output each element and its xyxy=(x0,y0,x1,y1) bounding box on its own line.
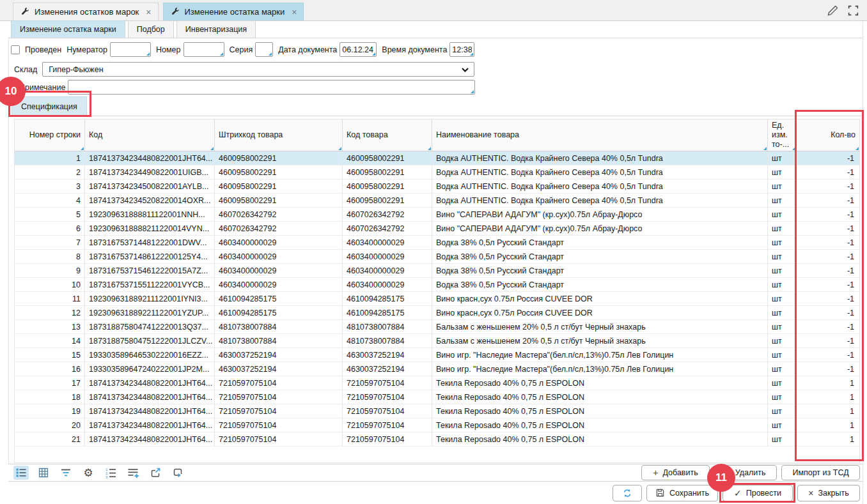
table-row[interactable]: 818731675371486122200125Y4...46034000000… xyxy=(15,250,859,264)
table-cell: шт xyxy=(768,179,797,193)
table-cell: 4810738007884 xyxy=(343,320,432,333)
table-cell: 192309631889211122001IYNI3... xyxy=(85,292,215,305)
table-cell: 187413734234480822001JHT64... xyxy=(85,418,215,432)
tab-inventory[interactable]: Инвентаризация xyxy=(176,20,256,38)
numbered-list-icon[interactable]: 123 xyxy=(103,466,118,480)
table-row[interactable]: 12192309631889221122001YZUP...4610094285… xyxy=(15,306,859,320)
fullscreen-icon[interactable] xyxy=(847,4,859,17)
reload-icon[interactable] xyxy=(170,466,185,480)
table-row[interactable]: 16193303589647240222001JP2M...4630037252… xyxy=(15,362,859,376)
add-button[interactable]: +Добавить xyxy=(641,465,710,480)
table-cell: шт xyxy=(768,376,797,390)
window-tab-mark-change[interactable]: Изменение остатка марки × xyxy=(163,3,304,20)
posted-checkbox[interactable] xyxy=(11,45,20,54)
window-tab-label: Изменение остатка марки xyxy=(185,7,285,17)
table-cell: -1 xyxy=(797,320,859,333)
table-cell: 3 xyxy=(15,179,85,193)
table-row[interactable]: 7187316753714481222001DWV...460340000002… xyxy=(15,236,859,250)
wrench-icon xyxy=(21,7,29,17)
table-row[interactable]: 10187316753715511222001VYCB...4603400000… xyxy=(15,278,859,292)
app-window: Изменения остатков марок × Изменение ост… xyxy=(0,0,867,504)
table-cell: Текила Reposado 40% 0,75 л ESPOLON xyxy=(432,404,768,418)
table-cell: 4603400000029 xyxy=(215,278,343,291)
table-row[interactable]: 3187413734234500822001AYLB...46009580022… xyxy=(15,179,859,194)
specification-divider xyxy=(8,116,863,116)
table-row[interactable]: 21187413734234480822001JHT64...721059707… xyxy=(15,432,859,447)
open-in-window-icon[interactable] xyxy=(148,466,163,480)
table-cell: 7210597075104 xyxy=(215,418,343,432)
table-row[interactable]: 18187413734234480822001JHT64...721059707… xyxy=(15,390,859,404)
table-row[interactable]: 151933035896465302220016EZZ...4630037252… xyxy=(15,348,859,362)
column-header-code[interactable]: Код xyxy=(85,119,215,151)
table-row[interactable]: 20187413734234480822001JHT64...721059707… xyxy=(15,418,859,432)
table-row[interactable]: 41874137342345208220014OXR...46009580022… xyxy=(15,194,859,208)
table-cell: 187413734234480822001JHT64... xyxy=(85,376,215,390)
table-row[interactable]: 1187413734234480822001JHT64...4600958002… xyxy=(15,151,859,165)
table-cell: 1 xyxy=(797,376,859,390)
list-view-icon[interactable] xyxy=(13,466,29,480)
table-cell: Вино красн,сух 0.75л Россия CUVEE DOR xyxy=(432,306,768,319)
table-cell: Текила Reposado 40% 0,75 л ESPOLON xyxy=(432,418,768,432)
doc-date-input[interactable] xyxy=(342,45,374,54)
table-cell: 7210597075104 xyxy=(343,432,432,446)
table-cell: 187316753714481222001DWV... xyxy=(85,236,215,249)
table-cell: -1 xyxy=(797,278,859,291)
note-input[interactable] xyxy=(70,83,473,92)
column-header-quantity[interactable]: Кол-во xyxy=(797,119,859,151)
append-rows-icon[interactable] xyxy=(125,466,141,480)
table-row[interactable]: 17187413734234480822001JHT64...721059707… xyxy=(15,376,859,390)
table-cell: 4810738007884 xyxy=(343,334,432,347)
filter-icon[interactable] xyxy=(58,466,74,480)
warehouse-select[interactable]: Гипер-Фьюжен xyxy=(42,62,474,77)
table-row[interactable]: 91873167537154612220015A7Z...46034000000… xyxy=(15,264,859,278)
numerator-input[interactable] xyxy=(113,45,148,54)
close-tab-icon[interactable]: × xyxy=(292,8,297,17)
tab-podbor[interactable]: Подбор xyxy=(128,20,174,38)
settings-gear-icon[interactable]: ⚙ xyxy=(81,466,96,480)
table-cell: 4600958002291 xyxy=(215,179,343,193)
table-cell: Текила Reposado 40% 0,75 л ESPOLON xyxy=(432,432,768,446)
column-header-barcode[interactable]: Штрихкод товара xyxy=(215,119,343,151)
table-cell: 7210597075104 xyxy=(343,376,432,390)
tab-specification[interactable]: Спецификация xyxy=(12,96,87,116)
table-row[interactable]: 61923096318888211220014VYN...46070263427… xyxy=(15,222,859,236)
table-cell: 20 xyxy=(15,418,85,432)
close-tab-icon[interactable]: × xyxy=(146,8,151,17)
numerator-label: Нумератор xyxy=(66,45,107,54)
table-cell: 4603400000029 xyxy=(343,264,432,277)
table-cell: 4607026342792 xyxy=(215,222,343,235)
chevron-down-icon xyxy=(462,68,469,72)
table-cell: 1873188758047412220013Q37... xyxy=(85,320,215,333)
column-header-item-name[interactable]: Наименование товара xyxy=(432,119,768,151)
table-row[interactable]: 11192309631889211122001IYNI3...461009428… xyxy=(15,292,859,306)
field-corner-marker xyxy=(146,52,150,56)
save-button[interactable]: Сохранить xyxy=(646,485,718,501)
doc-date-label: Дата документа xyxy=(278,45,337,54)
column-header-unit[interactable]: Ед. изм. то-... xyxy=(768,119,797,151)
table-row[interactable]: 5192309631888811122001NNH...460702634279… xyxy=(15,208,859,222)
doc-time-input[interactable] xyxy=(452,45,472,54)
tab-mark-change[interactable]: Изменение остатка марки xyxy=(11,20,125,38)
pencil-icon[interactable] xyxy=(827,4,839,17)
table-cell: 7210597075104 xyxy=(215,432,343,446)
post-button[interactable]: ✓Провести xyxy=(722,485,793,501)
window-tab-marks-list[interactable]: Изменения остатков марок × xyxy=(13,3,159,20)
table-cell: 4600958002291 xyxy=(215,165,343,179)
number-input[interactable] xyxy=(186,45,222,54)
view-tool-icons: ⚙ 123 xyxy=(13,466,185,480)
table-cell: 4603400000029 xyxy=(215,264,343,277)
table-row[interactable]: 2187413734234490822001UIGB...46009580022… xyxy=(15,165,859,179)
column-header-row-number[interactable]: Номер строки xyxy=(15,119,85,151)
table-row[interactable]: 19187413734234480822001JHT64...721059707… xyxy=(15,404,859,418)
table-cell: 7210597075104 xyxy=(343,418,432,432)
delete-button[interactable]: −Удалить xyxy=(714,465,777,480)
table-cell: Бальзам с женьшенем 20% 0,5 л ст/бут Чер… xyxy=(432,334,768,347)
refresh-button[interactable] xyxy=(613,485,642,501)
table-cell: 1 xyxy=(797,418,859,432)
table-row[interactable]: 131873188758047412220013Q37...4810738007… xyxy=(15,320,859,334)
column-header-item-code[interactable]: Код товара xyxy=(343,119,432,151)
grid-view-icon[interactable] xyxy=(36,466,51,480)
table-row[interactable]: 14187318875804751222001JLCZV...481073800… xyxy=(15,334,859,348)
close-button[interactable]: ×Закрыть xyxy=(797,485,860,501)
import-tsd-button[interactable]: Импорт из ТСД xyxy=(781,465,860,480)
